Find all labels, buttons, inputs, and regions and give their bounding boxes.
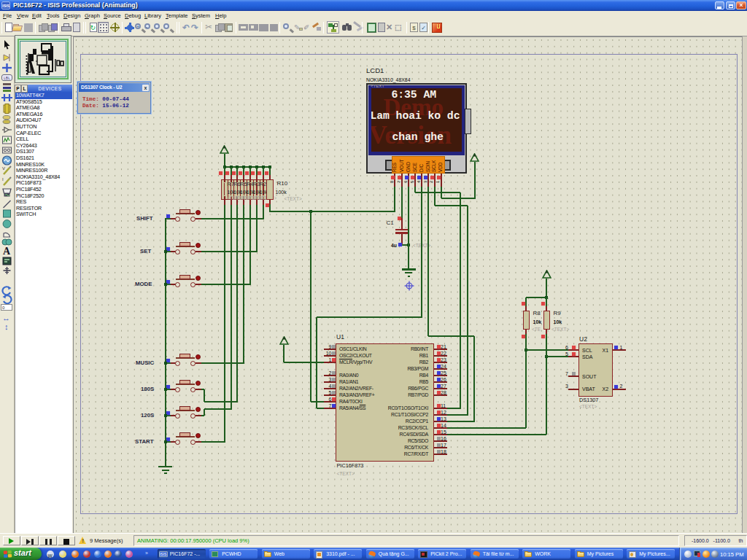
svg-text:V: V [2, 166, 5, 171]
svg-text:I: I [2, 177, 4, 182]
